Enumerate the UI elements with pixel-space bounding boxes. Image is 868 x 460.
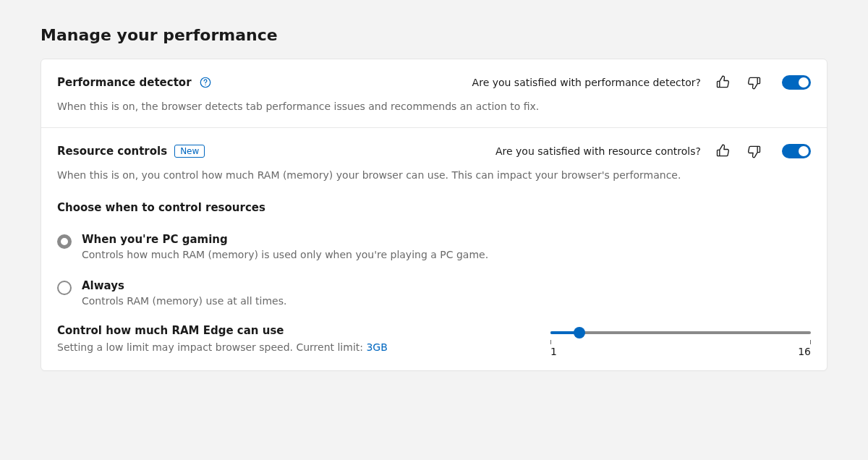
radio-desc: Controls how much RAM (memory) is used o… — [82, 249, 811, 260]
performance-detector-section: Performance detector Are you satisfied w… — [41, 59, 827, 127]
radio-button-icon[interactable] — [57, 234, 72, 249]
ram-slider[interactable] — [550, 325, 811, 340]
page-title: Manage your performance — [41, 26, 827, 44]
slider-thumb[interactable] — [574, 327, 585, 338]
resource-controls-feedback-prompt: Are you satisfied with resource controls… — [495, 145, 701, 157]
radio-option-pc-gaming[interactable]: When you're PC gaming Controls how much … — [57, 226, 811, 272]
resource-controls-toggle[interactable] — [782, 144, 811, 158]
resource-controls-title: Resource controls — [57, 145, 167, 158]
perf-detector-feedback-prompt: Are you satisfied with performance detec… — [472, 77, 701, 88]
svg-point-1 — [205, 85, 205, 85]
thumbs-up-icon[interactable] — [712, 141, 733, 161]
help-icon[interactable] — [199, 76, 212, 89]
choose-when-title: Choose when to control resources — [57, 201, 811, 214]
performance-detector-desc: When this is on, the browser detects tab… — [57, 100, 811, 114]
radio-option-always[interactable]: Always Controls RAM (memory) use at all … — [57, 272, 811, 318]
ram-limit-desc: Setting a low limit may impact browser s… — [57, 341, 522, 353]
radio-label: When you're PC gaming — [82, 233, 811, 246]
resource-controls-section: Resource controls New Are you satisfied … — [41, 128, 827, 371]
new-badge: New — [174, 145, 205, 158]
performance-detector-title: Performance detector — [57, 76, 192, 89]
slider-min-label: 1 — [550, 346, 557, 357]
ram-limit-title: Control how much RAM Edge can use — [57, 324, 522, 337]
slider-max-label: 16 — [798, 346, 811, 357]
ram-current-limit-link[interactable]: 3GB — [366, 341, 387, 353]
radio-desc: Controls RAM (memory) use at all times. — [82, 295, 811, 307]
performance-card: Performance detector Are you satisfied w… — [41, 59, 827, 371]
performance-detector-toggle[interactable] — [782, 75, 811, 90]
thumbs-up-icon[interactable] — [712, 72, 733, 93]
resource-controls-desc: When this is on, you control how much RA… — [57, 169, 811, 183]
thumbs-down-icon[interactable] — [744, 72, 765, 93]
radio-label: Always — [82, 279, 811, 292]
radio-button-icon[interactable] — [57, 281, 72, 295]
thumbs-down-icon[interactable] — [744, 141, 765, 161]
